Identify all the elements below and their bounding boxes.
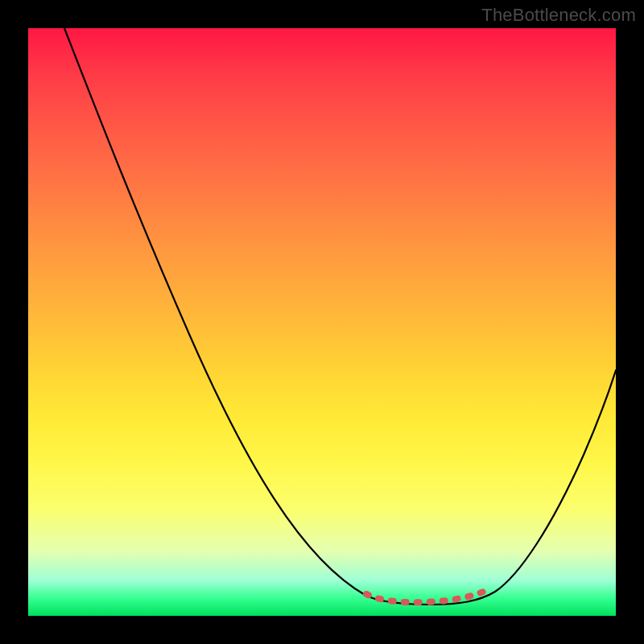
plot-area (28, 28, 616, 616)
curve-main-line (64, 28, 616, 605)
watermark-text: TheBottleneck.com (481, 5, 636, 26)
chart-frame: TheBottleneck.com (0, 0, 644, 644)
bottleneck-curve (28, 28, 616, 616)
